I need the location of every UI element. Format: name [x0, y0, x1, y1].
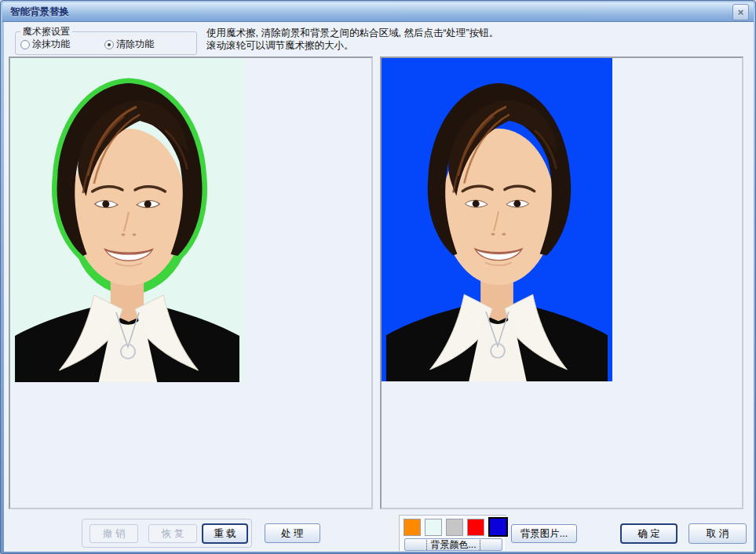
- result-photo-preview: [382, 58, 612, 381]
- source-panel: [9, 56, 373, 509]
- edit-history-group: 撤 销 恢 复 重 载: [82, 519, 252, 548]
- radio-circle-icon[interactable]: [20, 40, 30, 49]
- radio-smear-mode[interactable]: 涂抹功能: [20, 38, 70, 51]
- color-swatch-blue[interactable]: [488, 517, 508, 537]
- color-swatch-red[interactable]: [467, 519, 484, 536]
- title-bar[interactable]: 智能背景替换 ×: [2, 2, 754, 22]
- undo-button[interactable]: 撤 销: [89, 524, 138, 543]
- background-image-button[interactable]: 背景图片...: [511, 524, 577, 543]
- dialog-window: 智能背景替换 × 魔术擦设置 涂抹功能 清除功能 使用魔术擦, 清除前景和背景之…: [0, 0, 756, 554]
- radio-row: 涂抹功能 清除功能: [20, 38, 193, 51]
- color-swatch-row: [401, 517, 509, 537]
- dialog-client-area: 魔术擦设置 涂抹功能 清除功能 使用魔术擦, 清除前景和背景之间的粘合区域, 然…: [4, 22, 754, 552]
- process-button[interactable]: 处 理: [265, 523, 320, 543]
- redo-button[interactable]: 恢 复: [148, 524, 197, 543]
- instruction-text: 使用魔术擦, 清除前景和背景之间的粘合区域, 然后点击“处理”按钮。 滚动滚轮可…: [206, 27, 709, 52]
- magic-eraser-settings-group: 魔术擦设置 涂抹功能 清除功能: [15, 31, 197, 55]
- color-swatch-gray[interactable]: [446, 519, 463, 536]
- radio-circle-icon[interactable]: [104, 40, 114, 49]
- reload-button[interactable]: 重 载: [202, 523, 248, 544]
- group-title: 魔术擦设置: [20, 25, 72, 38]
- cancel-button[interactable]: 取 消: [688, 523, 747, 544]
- radio-smear-label: 涂抹功能: [32, 38, 70, 51]
- color-swatch-pale-cyan[interactable]: [425, 519, 442, 536]
- result-panel: [380, 56, 743, 509]
- radio-erase-mode[interactable]: 清除功能: [104, 38, 154, 51]
- background-color-widget: 背景颜色...: [399, 515, 506, 552]
- radio-erase-label: 清除功能: [116, 38, 154, 51]
- background-color-label: 背景颜色...: [426, 540, 480, 550]
- instruction-line-2: 滚动滚轮可以调节魔术擦的大小。: [206, 39, 709, 52]
- close-icon[interactable]: ×: [732, 4, 749, 20]
- background-color-button[interactable]: 背景颜色...: [404, 538, 502, 551]
- dialog-title: 智能背景替换: [10, 5, 69, 19]
- source-photo-canvas[interactable]: [10, 58, 244, 382]
- instruction-line-1: 使用魔术擦, 清除前景和背景之间的粘合区域, 然后点击“处理”按钮。: [206, 27, 709, 39]
- color-swatch-orange[interactable]: [404, 519, 421, 536]
- ok-button[interactable]: 确 定: [620, 523, 677, 544]
